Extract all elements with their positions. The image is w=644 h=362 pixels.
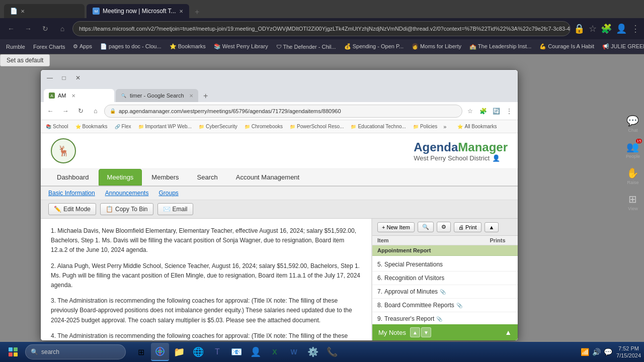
bm-spending[interactable]: 💰 Spending - Open P... xyxy=(342,42,406,51)
start-button[interactable] xyxy=(3,344,23,360)
new-outer-tab-button[interactable]: + xyxy=(191,6,203,18)
bm-policies[interactable]: 📁Policies xyxy=(411,123,439,130)
bm-powerschool[interactable]: 📁PowerSchool Reso... xyxy=(288,123,346,130)
forward-button[interactable]: → xyxy=(21,22,35,36)
taskbar-outlook[interactable]: 📧 xyxy=(227,343,246,361)
network-icon[interactable]: 📶 xyxy=(581,348,589,356)
taskbar-chrome[interactable] xyxy=(151,343,169,361)
my-notes-bar[interactable]: My Notes ▲ ▼ ▲ xyxy=(372,324,518,340)
side-raise[interactable]: ✋ Raise xyxy=(626,167,639,185)
side-view[interactable]: ⊞ View xyxy=(628,193,637,211)
inner-tab-am[interactable]: A AM ✕ xyxy=(44,89,114,102)
new-item-button[interactable]: + New Item xyxy=(377,222,415,232)
taskbar-person[interactable]: 👤 xyxy=(247,343,265,361)
taskbar-word[interactable]: W xyxy=(285,343,303,361)
bm-school[interactable]: 📚School xyxy=(44,123,70,130)
outer-tab-blank[interactable]: 📄 ✕ xyxy=(4,4,85,18)
bm-defender[interactable]: 🛡 The Defender - Chil... xyxy=(274,43,338,51)
inner-reload-button[interactable]: ↻ xyxy=(74,105,87,118)
taskbar-edge[interactable]: 🌐 xyxy=(189,343,207,361)
nav-dashboard[interactable]: Dashboard xyxy=(48,169,98,186)
inner-back-button[interactable]: ← xyxy=(44,105,57,118)
taskbar-search[interactable]: 🔍 search xyxy=(25,344,126,359)
email-button[interactable]: ✉️ Email xyxy=(157,203,193,215)
bm-flex[interactable]: 🔗Flex xyxy=(113,123,133,130)
bm-moms[interactable]: 👩 Moms for Liberty xyxy=(410,42,463,51)
bm-edtech[interactable]: 📁Educational Techno... xyxy=(349,123,408,130)
more-icon[interactable]: ⋮ xyxy=(631,23,640,34)
bm-bookmarks[interactable]: ⭐ Bookmarks xyxy=(168,42,208,51)
agenda-item-7[interactable]: 7. Approval of Minutes 📎 xyxy=(372,285,518,299)
outer-tab-meeting[interactable]: M Meeting now | Microsoft T... ✕ xyxy=(87,4,189,18)
bm-wplibrary[interactable]: 📚 West Perry Library xyxy=(212,42,270,51)
maximize-button[interactable]: □ xyxy=(58,72,70,83)
volume-icon[interactable]: 🔊 xyxy=(592,348,601,356)
star-icon[interactable]: ☆ xyxy=(589,23,597,34)
subnav-groups[interactable]: Groups xyxy=(158,190,178,197)
inner-sync-icon[interactable]: 🔄 xyxy=(491,106,502,117)
bm-leadership[interactable]: 🏫 The Leadership Inst... xyxy=(467,42,533,51)
outer-address-bar[interactable]: https://teams.microsoft.com/v2/?meetjoin… xyxy=(72,21,571,36)
bm-pages[interactable]: 📄 pages to doc - Clou... xyxy=(98,42,164,51)
agenda-item-8[interactable]: 8. Board Committee Reports 📎 xyxy=(372,299,518,312)
home-button[interactable]: ⌂ xyxy=(55,22,69,36)
minimize-button[interactable]: — xyxy=(44,72,56,83)
side-chat[interactable]: 💬 Chat xyxy=(626,115,639,133)
taskbar-phone[interactable]: 📞 xyxy=(323,343,341,361)
taskbar-time[interactable]: 7:52 PM 7/15/2024 xyxy=(616,345,641,359)
notification-icon[interactable]: 💬 xyxy=(604,348,612,356)
bm-bookmarks2[interactable]: ⭐Bookmarks xyxy=(73,123,110,130)
side-people[interactable]: 👥15 People xyxy=(626,141,640,159)
my-notes-up-arrow[interactable]: ▲ xyxy=(410,327,420,337)
bm-julie[interactable]: 📢 JULIE GREEN MINI... xyxy=(600,42,644,51)
agenda-item-6[interactable]: 6. Recognition of Visitors xyxy=(372,272,518,285)
close-button[interactable]: ✕ xyxy=(72,72,84,83)
profile-icon[interactable]: 👤 xyxy=(616,23,627,34)
subnav-announcements[interactable]: Announcements xyxy=(105,190,149,197)
set-default-banner[interactable]: Set as default xyxy=(0,54,50,66)
bm-apps[interactable]: ⚙ Apps xyxy=(71,42,94,51)
taskbar-teams[interactable]: T xyxy=(208,343,226,361)
extensions-icon[interactable]: 🧩 xyxy=(601,23,612,34)
new-inner-tab-button[interactable]: + xyxy=(200,90,212,102)
inner-extensions-icon[interactable]: 🧩 xyxy=(477,106,489,117)
inner-home-button[interactable]: ⌂ xyxy=(89,105,102,118)
filter-button[interactable]: ⚙ xyxy=(437,222,451,232)
taskbar-settings[interactable]: ⚙️ xyxy=(304,343,322,361)
inner-tab-google[interactable]: 🔍 timer - Google Search ✕ xyxy=(116,89,198,102)
meeting-tab-close[interactable]: ✕ xyxy=(179,9,183,14)
taskbar-excel[interactable]: X xyxy=(266,343,284,361)
nav-account[interactable]: Account Management xyxy=(227,169,308,186)
search-items-button[interactable]: 🔍 xyxy=(418,222,434,232)
bookmarks-more-button[interactable]: » xyxy=(442,123,447,131)
bm-courage[interactable]: 💪 Courage Is A Habit xyxy=(537,42,596,51)
my-notes-down-arrow[interactable]: ▼ xyxy=(421,327,431,337)
taskbar-files[interactable]: 📁 xyxy=(170,343,188,361)
nav-meetings[interactable]: Meetings xyxy=(99,169,142,186)
scroll-up-button[interactable]: ▲ xyxy=(485,222,499,232)
print-button[interactable]: 🖨 Print xyxy=(454,222,481,232)
bm-all-bookmarks[interactable]: ⭐All Bookmarks xyxy=(455,123,499,130)
inner-forward-button[interactable]: → xyxy=(59,105,72,118)
copy-to-bin-button[interactable]: 📋 Copy To Bin xyxy=(100,203,153,215)
reload-button[interactable]: ↻ xyxy=(38,22,52,36)
subnav-basic-info[interactable]: Basic Information xyxy=(48,190,95,197)
google-tab-close[interactable]: ✕ xyxy=(189,93,193,99)
bm-important-wp[interactable]: 📁Important WP Web... xyxy=(136,123,194,130)
am-tab-close[interactable]: ✕ xyxy=(71,93,75,99)
bm-cybersecurity[interactable]: 📁CyberSecurity xyxy=(197,123,239,130)
agenda-item-9[interactable]: 9. Treasurer's Report 📎 xyxy=(372,312,518,324)
bm-chromebooks[interactable]: 📁Chromebooks xyxy=(243,123,285,130)
taskbar-task-view[interactable]: ⊞ xyxy=(132,343,150,361)
bm-rumble[interactable]: Rumble xyxy=(4,43,27,51)
blank-tab-close[interactable]: ✕ xyxy=(21,9,25,14)
inner-more-icon[interactable]: ⋮ xyxy=(504,106,515,117)
back-button[interactable]: ← xyxy=(4,22,18,36)
nav-members[interactable]: Members xyxy=(143,169,187,186)
inner-address-bar[interactable]: 🔒 app.agendamanager.com/westperry/meetin… xyxy=(104,105,462,118)
bm-forex[interactable]: Forex Charts xyxy=(31,43,67,51)
nav-search[interactable]: Search xyxy=(189,169,226,186)
agenda-item-5[interactable]: 5. Special Presentations xyxy=(372,258,518,272)
edit-mode-button[interactable]: ✏️ Edit Mode xyxy=(48,203,96,215)
inner-star-icon[interactable]: ☆ xyxy=(464,106,475,117)
